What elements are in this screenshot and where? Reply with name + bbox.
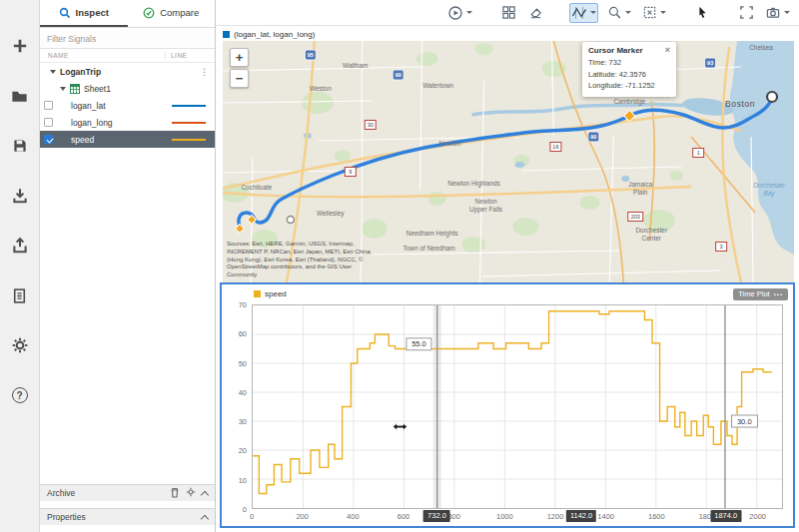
- pointer-button[interactable]: [692, 3, 712, 23]
- zoom-in-button[interactable]: +: [230, 48, 249, 67]
- checkbox-speed[interactable]: [44, 135, 53, 144]
- check-circle-icon: [143, 7, 155, 19]
- filter-row: [40, 28, 215, 49]
- waypoint-marker[interactable]: [287, 217, 294, 224]
- y-tick-label: 10: [239, 475, 247, 484]
- tab-inspect[interactable]: Inspect: [40, 0, 128, 27]
- y-tick-label: 60: [239, 329, 247, 338]
- properties-bar[interactable]: Properties: [40, 508, 215, 525]
- report-button[interactable]: [7, 283, 33, 307]
- series-speed: [253, 311, 772, 494]
- camera-icon: [765, 5, 781, 20]
- town-label: Watertown: [422, 82, 453, 89]
- new-button[interactable]: [7, 34, 33, 58]
- town-label: Jamaica: [628, 181, 653, 188]
- folder-icon: [10, 87, 29, 106]
- cursor-time-badge-1[interactable]: 732.0: [423, 510, 450, 522]
- town-label: Boston: [725, 99, 755, 109]
- expander-icon[interactable]: [50, 70, 56, 74]
- town-label: Chelsea: [749, 44, 773, 51]
- state-shield: 30: [365, 121, 376, 130]
- record-button[interactable]: [445, 3, 474, 23]
- time-plot-panel[interactable]: speed Time Plot ••• 010203040506070 55.0…: [220, 282, 795, 528]
- dropdown-caret-icon: [625, 11, 631, 14]
- svg-text:95: 95: [308, 52, 314, 58]
- archive-bar[interactable]: Archive: [40, 484, 215, 501]
- y-tick-label: 30: [239, 417, 247, 426]
- x-axis-labels: 0200400600800100012001400160018002000732…: [252, 509, 783, 525]
- signal-row-logan-long[interactable]: logan_long: [40, 114, 215, 131]
- import-button[interactable]: [7, 184, 33, 208]
- svg-text:93: 93: [707, 60, 713, 66]
- import-icon: [11, 187, 29, 205]
- export-button[interactable]: [7, 234, 33, 258]
- fullscreen-button[interactable]: [736, 3, 756, 23]
- sidebar-gap: [40, 501, 215, 508]
- pointer-arrow-icon: [695, 5, 709, 20]
- clear-plots-button[interactable]: [525, 3, 545, 23]
- close-icon[interactable]: ×: [665, 46, 670, 55]
- filter-signals-input[interactable]: [40, 30, 215, 48]
- cursor-time-badge-2[interactable]: 1874.0: [710, 510, 741, 522]
- kebab-menu-icon[interactable]: ⋮: [200, 67, 215, 77]
- eraser-icon: [528, 5, 543, 20]
- open-button[interactable]: [7, 84, 33, 108]
- end-marker[interactable]: [767, 92, 777, 102]
- collapse-chevron-icon[interactable]: [201, 514, 209, 522]
- cursor-marker-tooltip: Cursor Marker × Time: 732 Latitude: 42.3…: [582, 42, 676, 97]
- line-sample: [172, 105, 206, 107]
- save-button[interactable]: [7, 134, 33, 158]
- signal-row-speed[interactable]: speed: [40, 131, 215, 148]
- sidebar-tabs: Inspect Compare: [40, 0, 215, 28]
- play-circle-icon: [447, 5, 463, 21]
- settings-button[interactable]: [7, 333, 33, 357]
- zoom-button[interactable]: [605, 3, 633, 23]
- grid-layout-icon: [501, 5, 516, 20]
- town-label: Waltham: [343, 62, 368, 69]
- town-label: Upper Falls: [469, 206, 503, 214]
- table-header: NAME LINE: [40, 49, 215, 63]
- x-tick-label: 400: [347, 512, 360, 521]
- fit-to-view-button[interactable]: [640, 3, 668, 23]
- signal-label: speed: [71, 135, 94, 145]
- signal-sidebar: Inspect Compare NAME LINE LoganTrip ⋮ Sh…: [40, 0, 216, 532]
- zoom-out-button[interactable]: −: [230, 69, 249, 88]
- archive-settings-icon[interactable]: [186, 487, 196, 499]
- report-icon: [11, 287, 28, 304]
- state-shield: 3: [716, 243, 727, 252]
- archive-label: Archive: [47, 488, 75, 498]
- trash-icon[interactable]: [170, 487, 180, 500]
- left-app-toolbar: ?: [0, 0, 40, 532]
- interstate-shield: 93: [705, 58, 716, 68]
- save-icon: [11, 137, 29, 155]
- tree-sheet1[interactable]: Sheet1: [40, 80, 215, 97]
- map-canvas[interactable]: 959090933091612033 ChelseaWalthamWestonW…: [223, 41, 794, 282]
- cursor-delta-badge: 1142.0: [566, 510, 596, 522]
- interstate-shield: 90: [588, 132, 599, 142]
- plot-area[interactable]: 55.030.0: [252, 304, 783, 509]
- tab-inspect-label: Inspect: [76, 7, 109, 18]
- tree-group-logantrip[interactable]: LoganTrip ⋮: [40, 63, 215, 80]
- sidebar-spacer: [40, 148, 215, 484]
- plot-legend: speed: [222, 284, 793, 300]
- layout-button[interactable]: [498, 3, 518, 23]
- app-window: ? Inspect Compare NAME LINE LoganTrip ⋮: [0, 0, 799, 532]
- snapshot-button[interactable]: [763, 3, 792, 23]
- interstate-shield: 90: [393, 70, 403, 80]
- data-cursors-button[interactable]: [569, 3, 598, 23]
- plot-menu-icon[interactable]: •••: [774, 291, 783, 297]
- map-zoom-controls: + −: [230, 48, 249, 88]
- tab-compare-label: Compare: [160, 7, 199, 18]
- collapse-chevron-icon[interactable]: [201, 490, 209, 498]
- tab-compare[interactable]: Compare: [128, 0, 216, 27]
- map-panel: (logan_lat, logan_long): [216, 26, 799, 282]
- plot-type-badge[interactable]: Time Plot •••: [733, 288, 788, 300]
- expander-icon[interactable]: [60, 87, 66, 91]
- checkbox-logan-long[interactable]: [44, 118, 53, 127]
- gear-icon: [11, 336, 29, 354]
- help-button[interactable]: ?: [7, 383, 33, 407]
- checkbox-logan-lat[interactable]: [44, 101, 53, 110]
- signal-tree: LoganTrip ⋮ Sheet1 logan_lat logan_long …: [40, 63, 215, 148]
- signal-row-logan-lat[interactable]: logan_lat: [40, 97, 215, 114]
- expand-corners-icon: [739, 5, 754, 20]
